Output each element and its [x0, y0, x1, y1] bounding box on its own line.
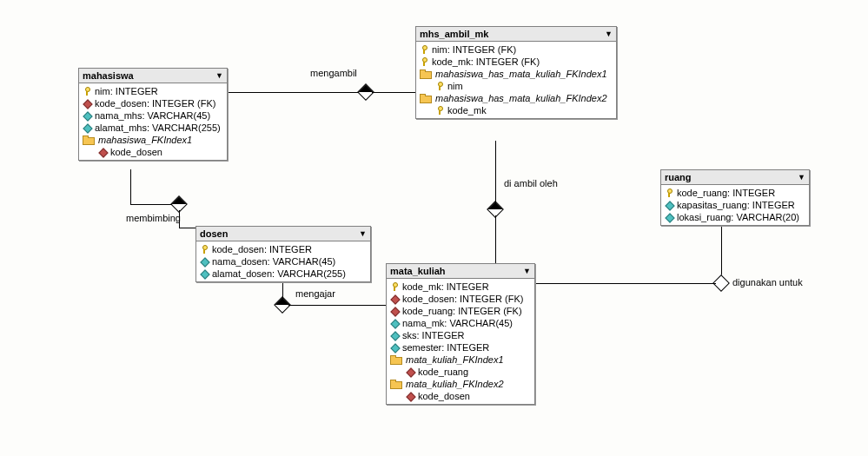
table-body: kode_dosen: INTEGER nama_dosen: VARCHAR(…: [196, 241, 370, 281]
relationship-label-mengambil: mengambil: [310, 68, 357, 78]
table-title: dosen: [200, 228, 228, 239]
table-column: kapasitas_ruang: INTEGER: [661, 199, 809, 211]
key-icon: [200, 245, 209, 254]
table-index: mahasiswa_has_mata_kuliah_FKIndex2: [416, 92, 616, 104]
table-title: mhs_ambil_mk: [420, 29, 488, 39]
table-column: nim: INTEGER: [79, 85, 227, 97]
table-column: kode_mk: INTEGER (FK): [416, 56, 616, 68]
table-column: kode_dosen: INTEGER (FK): [387, 293, 534, 305]
table-header[interactable]: mata_kuliah ▼: [387, 264, 534, 279]
folder-icon: [390, 355, 402, 364]
table-body: kode_ruang: INTEGER kapasitas_ruang: INT…: [661, 185, 809, 225]
table-header[interactable]: mahasiswa ▼: [79, 69, 227, 83]
column-icon: [200, 269, 209, 278]
table-index: mata_kuliah_FKIndex2: [387, 378, 534, 390]
column-icon: [665, 213, 673, 221]
column-icon: [390, 343, 399, 352]
connector-line: [721, 224, 722, 282]
table-column: kode_dosen: INTEGER (FK): [79, 97, 227, 109]
key-icon: [390, 282, 399, 291]
connector-line: [179, 228, 196, 228]
key-icon: [435, 82, 444, 90]
column-icon: [390, 319, 399, 327]
table-column: semester: INTEGER: [387, 341, 534, 354]
table-body: nim: INTEGER (FK) kode_mk: INTEGER (FK) …: [416, 42, 616, 118]
table-index: mahasiswa_has_mata_kuliah_FKIndex1: [416, 68, 616, 80]
table-ruang[interactable]: ruang ▼ kode_ruang: INTEGER kapasitas_ru…: [660, 169, 810, 226]
key-icon: [665, 188, 673, 197]
relationship-label-di-ambil-oleh: di ambil oleh: [504, 178, 558, 188]
table-column: alamat_dosen: VARCHAR(255): [196, 268, 370, 280]
table-mhs-ambil-mk[interactable]: mhs_ambil_mk ▼ nim: INTEGER (FK) kode_mk…: [415, 26, 617, 119]
relationship-label-membimbing: membimbing: [126, 213, 181, 223]
column-icon: [200, 257, 209, 266]
table-index: mata_kuliah_FKIndex1: [387, 354, 534, 366]
table-index-col: kode_dosen: [79, 146, 227, 158]
table-column: nama_mhs: VARCHAR(45): [79, 109, 227, 122]
key-icon: [435, 106, 444, 115]
dropdown-icon[interactable]: ▼: [215, 71, 223, 80]
key-icon: [420, 45, 428, 54]
table-title: mata_kuliah: [390, 266, 446, 276]
dropdown-icon[interactable]: ▼: [523, 267, 531, 275]
table-column: nim: INTEGER (FK): [416, 43, 616, 56]
table-column: nama_dosen: VARCHAR(45): [196, 255, 370, 268]
table-body: nim: INTEGER kode_dosen: INTEGER (FK) na…: [79, 83, 227, 160]
table-index: mahasiswa_FKIndex1: [79, 134, 227, 146]
connector-line: [533, 283, 716, 284]
fk-icon: [406, 392, 414, 400]
table-mata-kuliah[interactable]: mata_kuliah ▼ kode_mk: INTEGER kode_dose…: [386, 263, 535, 405]
table-column: lokasi_ruang: VARCHAR(20): [661, 211, 809, 223]
relationship-label-mengajar: mengajar: [295, 288, 335, 299]
table-index-col: kode_mk: [416, 104, 616, 116]
connector-line: [372, 92, 415, 93]
table-index-col: kode_dosen: [387, 390, 534, 402]
table-column: alamat_mhs: VARCHAR(255): [79, 122, 227, 134]
table-mahasiswa[interactable]: mahasiswa ▼ nim: INTEGER kode_dosen: INT…: [78, 68, 228, 161]
column-icon: [390, 331, 399, 340]
table-column: kode_mk: INTEGER: [387, 281, 534, 293]
connector-line: [226, 92, 365, 93]
key-icon: [83, 87, 91, 96]
key-icon: [420, 57, 428, 66]
table-body: kode_mk: INTEGER kode_dosen: INTEGER (FK…: [387, 279, 534, 404]
folder-icon: [83, 135, 95, 144]
table-header[interactable]: mhs_ambil_mk ▼: [416, 27, 616, 42]
table-title: ruang: [665, 172, 692, 182]
connector-line: [495, 141, 496, 208]
table-column: kode_ruang: INTEGER: [661, 187, 809, 199]
table-index-col: kode_ruang: [387, 366, 534, 378]
table-index-col: nim: [416, 80, 616, 92]
table-column: sks: INTEGER: [387, 329, 534, 341]
folder-icon: [420, 94, 432, 102]
table-column: kode_ruang: INTEGER (FK): [387, 305, 534, 317]
connector-line: [495, 215, 496, 263]
connector-line: [288, 305, 386, 306]
column-icon: [83, 111, 91, 120]
fk-icon: [98, 148, 107, 156]
table-header[interactable]: dosen ▼: [196, 227, 370, 241]
dropdown-icon[interactable]: ▼: [605, 30, 613, 38]
fk-icon: [390, 307, 399, 315]
table-title: mahasiswa: [83, 70, 134, 81]
connector-line: [130, 169, 131, 204]
table-column: kode_dosen: INTEGER: [196, 243, 370, 255]
table-header[interactable]: ruang ▼: [661, 170, 809, 185]
folder-icon: [390, 380, 402, 388]
column-icon: [83, 123, 91, 132]
folder-icon: [420, 69, 432, 78]
fk-icon: [83, 99, 91, 108]
dropdown-icon[interactable]: ▼: [798, 173, 805, 182]
relationship-label-digunakan-untuk: digunakan untuk: [732, 277, 803, 287]
table-column: nama_mk: VARCHAR(45): [387, 317, 534, 329]
dropdown-icon[interactable]: ▼: [359, 229, 367, 238]
table-dosen[interactable]: dosen ▼ kode_dosen: INTEGER nama_dosen: …: [195, 226, 371, 282]
fk-icon: [390, 294, 399, 303]
fk-icon: [406, 367, 414, 376]
column-icon: [665, 201, 673, 209]
